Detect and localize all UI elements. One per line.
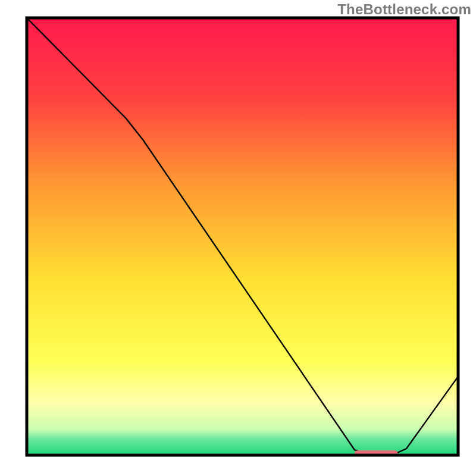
chart-svg — [0, 0, 476, 476]
plot-area — [27, 18, 458, 457]
chart-frame: TheBottleneck.com — [0, 0, 476, 476]
watermark-text: TheBottleneck.com — [337, 1, 471, 18]
